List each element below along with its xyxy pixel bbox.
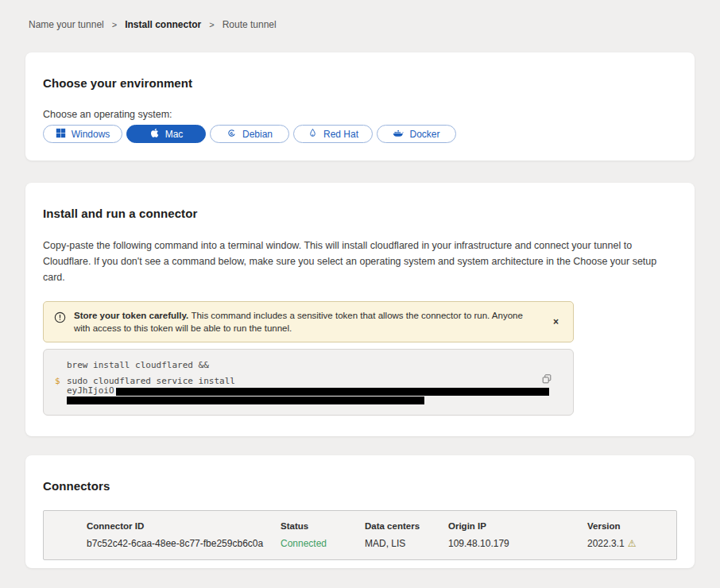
debian-icon [226, 128, 237, 141]
table-row: b7c52c42-6caa-48ee-8c77-fbe259cb6c0a Con… [87, 538, 676, 549]
redacted-token-bar [67, 397, 424, 404]
origin-ip-value: 109.48.10.179 [448, 538, 587, 549]
os-button-label: Mac [165, 129, 184, 140]
redhat-icon [308, 128, 318, 141]
connectors-card: Connectors Connector ID Status Data cent… [25, 455, 695, 568]
connectors-table: Connector ID Status Data centers Origin … [43, 510, 677, 560]
environment-card-title: Choose your environment [43, 76, 677, 90]
code-line-1: brew install cloudflared && [44, 361, 573, 369]
code-line-3: eyJhIjoiO [44, 386, 573, 396]
warning-icon: ⚠ [628, 538, 637, 549]
col-header-connector-id: Connector ID [87, 521, 281, 531]
shell-prompt: $ [44, 377, 67, 385]
breadcrumb-separator: > [112, 20, 117, 29]
environment-card: Choose your environment Choose an operat… [25, 52, 695, 161]
install-connector-card: Install and run a connector Copy-paste t… [25, 183, 695, 436]
install-command-code-block: brew install cloudflared && $ sudo cloud… [43, 349, 574, 416]
version-number: 2022.3.1 [587, 538, 625, 549]
code-gutter [44, 386, 67, 396]
breadcrumb-step-install-connector[interactable]: Install connector [125, 19, 201, 30]
connector-id-value: b7c52c42-6caa-48ee-8c77-fbe259cb6c0a [87, 538, 281, 549]
code-gutter [44, 361, 67, 369]
os-button-redhat[interactable]: Red Hat [293, 125, 373, 143]
token-warning-alert: Store your token carefully. This command… [43, 301, 574, 342]
os-button-docker[interactable]: Docker [377, 125, 456, 143]
alert-text: Store your token carefully. This command… [74, 309, 523, 335]
os-select-label: Choose an operating system: [43, 109, 677, 120]
breadcrumb-step-name-your-tunnel[interactable]: Name your tunnel [29, 19, 104, 30]
apple-icon [149, 127, 160, 141]
breadcrumb: Name your tunnel > Install connector > R… [25, 19, 695, 30]
connectors-table-header: Connector ID Status Data centers Origin … [87, 521, 676, 531]
token-prefix: eyJhIjoiO [67, 385, 114, 396]
install-description: Copy-paste the following command into a … [43, 238, 677, 285]
os-button-label: Docker [409, 129, 439, 140]
code-line-2: $ sudo cloudflared service install [44, 377, 573, 385]
col-header-version: Version [587, 521, 676, 531]
os-button-mac[interactable]: Mac [126, 125, 206, 143]
code-line-4 [44, 397, 573, 404]
os-button-label: Debian [242, 129, 273, 140]
col-header-status: Status [281, 521, 365, 531]
code-text: sudo cloudflared service install [67, 377, 235, 385]
col-header-origin-ip: Origin IP [448, 521, 587, 531]
code-gutter [44, 397, 67, 404]
page: Name your tunnel > Install connector > R… [0, 0, 720, 568]
os-button-label: Windows [72, 129, 110, 140]
os-button-debian[interactable]: Debian [210, 125, 289, 143]
windows-icon [56, 128, 66, 141]
alert-title: Store your token carefully. [74, 311, 191, 320]
os-button-group: Windows Mac Debian [43, 125, 677, 143]
install-card-title: Install and run a connector [43, 207, 677, 220]
docker-icon [393, 128, 404, 141]
col-header-data-centers: Data centers [365, 521, 448, 531]
breadcrumb-step-route-tunnel[interactable]: Route tunnel [223, 19, 277, 30]
data-centers-value: MAD, LIS [365, 538, 448, 549]
code-text: eyJhIjoiO [67, 386, 549, 396]
code-text: brew install cloudflared && [67, 361, 209, 369]
breadcrumb-separator: > [209, 20, 214, 29]
info-icon [54, 311, 66, 327]
os-button-windows[interactable]: Windows [43, 125, 122, 143]
redacted-token-bar [116, 388, 549, 396]
connectors-card-title: Connectors [43, 479, 677, 493]
os-button-label: Red Hat [323, 129, 358, 140]
version-value: 2022.3.1 ⚠ [587, 538, 676, 549]
close-icon[interactable]: × [550, 314, 562, 330]
copy-icon[interactable] [540, 372, 554, 389]
status-badge: Connected [281, 538, 365, 549]
